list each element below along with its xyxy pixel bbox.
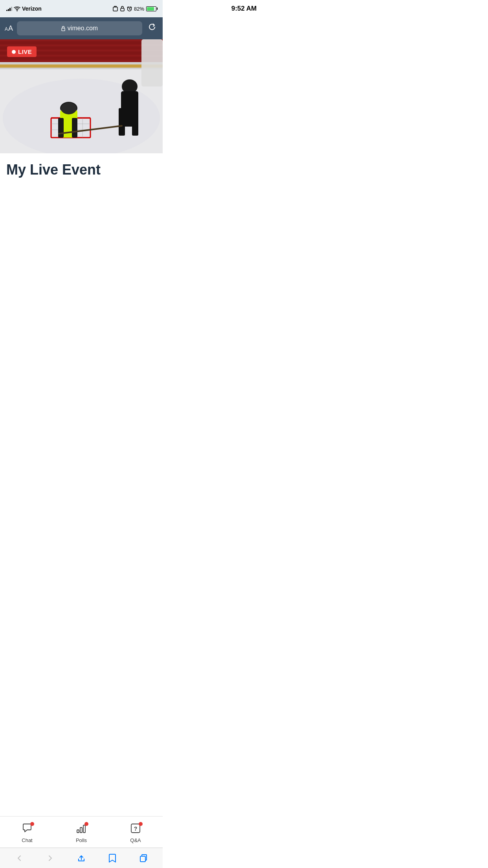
browser-bar: A A vimeo.com	[0, 17, 163, 39]
svg-rect-0	[113, 7, 117, 11]
alarm-icon	[127, 6, 132, 11]
svg-rect-30	[132, 108, 138, 136]
svg-point-26	[61, 103, 77, 114]
svg-rect-6	[0, 41, 163, 44]
reload-icon	[148, 23, 156, 31]
svg-rect-31	[141, 39, 163, 86]
event-title: My Live Event	[6, 161, 156, 178]
svg-rect-25	[72, 118, 77, 138]
lock-status-icon	[120, 6, 125, 11]
signal-bars	[6, 6, 12, 11]
video-player[interactable]: LIVE	[0, 39, 163, 153]
live-badge: LIVE	[7, 46, 37, 57]
battery-percent: 82%	[134, 6, 144, 12]
wifi-icon	[14, 6, 20, 11]
font-large-a: A	[8, 24, 13, 33]
svg-rect-3	[62, 28, 65, 31]
lock-icon	[61, 26, 65, 31]
svg-rect-1	[121, 8, 124, 11]
svg-rect-9	[0, 57, 163, 60]
status-bar: Verizon 9:52 AM 82%	[0, 0, 163, 17]
status-left: Verizon	[6, 6, 42, 12]
live-text: LIVE	[18, 48, 32, 55]
battery-icon	[146, 6, 156, 11]
live-dot	[12, 50, 16, 54]
url-text: vimeo.com	[68, 25, 98, 32]
carrier-label: Verizon	[22, 6, 42, 12]
svg-rect-11	[0, 64, 163, 68]
content-area: My Live Event	[0, 153, 163, 350]
svg-rect-24	[58, 118, 64, 138]
font-size-button[interactable]: A A	[5, 24, 13, 33]
svg-rect-29	[119, 108, 125, 136]
status-right: 82%	[113, 6, 156, 12]
url-bar[interactable]: vimeo.com	[17, 21, 142, 35]
reload-button[interactable]	[146, 23, 158, 34]
font-small-a: A	[5, 26, 8, 32]
sim-icon	[113, 6, 118, 11]
